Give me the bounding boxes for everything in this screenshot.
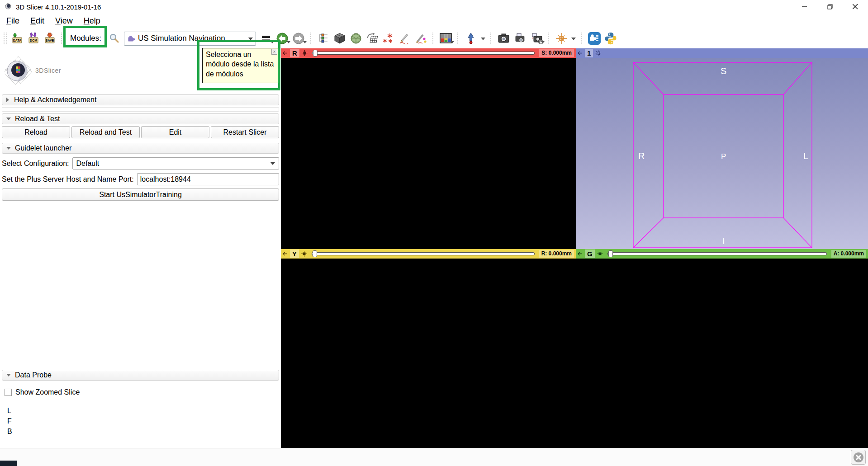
threed-viewport[interactable]: S R P L I (576, 58, 868, 249)
python-console-button[interactable] (603, 30, 618, 47)
start-training-button[interactable]: Start UsSimulatorTraining (2, 188, 279, 201)
yellow-slice-slider[interactable] (312, 252, 535, 255)
save-data-icon: SAVE (44, 33, 56, 44)
annotation-pencil-button[interactable] (414, 30, 428, 47)
svg-text:DATA: DATA (13, 39, 21, 42)
scene-view-button[interactable] (513, 30, 527, 47)
module-selector[interactable]: US Simulation Navigation (124, 32, 256, 46)
menu-view[interactable]: View (55, 16, 73, 26)
module-selector-value: US Simulation Navigation (138, 34, 225, 43)
green-slice-viewport[interactable] (576, 259, 868, 448)
yellow-slice-viewport[interactable] (281, 259, 576, 448)
menu-edit[interactable]: Edit (30, 16, 44, 26)
view-layout: R S: 0.000mm 1 S (281, 48, 868, 448)
menu-bar: File Edit View Help (0, 14, 868, 28)
arrow-forward-icon (292, 32, 305, 45)
probe-row-f: F (7, 416, 281, 426)
mouse-mode-dropdown[interactable] (479, 30, 487, 47)
load-data-button[interactable]: DATA (10, 30, 24, 47)
restart-slicer-button[interactable]: Restart Slicer (211, 126, 279, 138)
chevron-down-icon (270, 162, 275, 167)
slice-link-icon[interactable] (301, 251, 307, 257)
save-data-button[interactable]: SAVE (43, 30, 57, 47)
module-forward-button[interactable] (291, 30, 306, 47)
toolbar-grip[interactable] (4, 33, 7, 44)
minimize-button[interactable] (792, 0, 817, 14)
svg-text:SAVE: SAVE (46, 39, 54, 42)
red-slice-viewport[interactable] (281, 58, 576, 249)
module-back-button[interactable] (275, 30, 289, 47)
close-circle-icon (853, 452, 864, 463)
module-search-button[interactable] (107, 30, 121, 47)
modules-label: Modules: (70, 34, 101, 43)
module-history-button[interactable] (259, 30, 273, 47)
threed-view-label[interactable]: 1 (585, 49, 593, 57)
search-icon (109, 33, 119, 43)
pin-icon[interactable] (283, 251, 288, 256)
crosshair-button[interactable] (554, 30, 569, 47)
subject-hierarchy-button[interactable] (316, 30, 331, 47)
slider-handle[interactable] (608, 250, 613, 257)
show-zoomed-slice-row: Show Zoomed Slice (5, 388, 281, 396)
layout-selector-button[interactable] (439, 30, 453, 47)
tooltip-close-icon[interactable]: × (271, 49, 277, 55)
mouse-mode-button[interactable] (464, 30, 478, 47)
section-guidelet-launcher[interactable]: Guidelet launcher (2, 143, 279, 154)
main-toolbar: DATA DCM SAVE Modules: US Simulation (0, 28, 868, 48)
log-close-button[interactable] (851, 450, 866, 465)
section-data-probe[interactable]: Data Probe (2, 370, 279, 381)
transforms-button[interactable] (365, 30, 379, 47)
configuration-combobox[interactable]: Default (72, 157, 279, 169)
maximize-button[interactable] (817, 0, 843, 14)
red-slice-view: R S: 0.000mm (281, 48, 576, 249)
screenshot-button[interactable] (497, 30, 511, 47)
slice-link-icon[interactable] (302, 50, 308, 56)
pin-icon[interactable] (578, 51, 583, 56)
green-view-label[interactable]: G (585, 249, 595, 258)
pencil-color-icon (415, 33, 427, 44)
extensions-icon (588, 32, 601, 45)
threed-view-controller: 1 (576, 48, 868, 58)
red-slice-slider[interactable] (312, 52, 535, 55)
module-selector-tooltip: Selecciona un módulo desde la lista de m… (202, 48, 278, 83)
yellow-view-label[interactable]: Y (290, 249, 299, 258)
orientation-label-s: S (721, 66, 726, 76)
arrow-back-icon (276, 32, 289, 45)
markup-fiducials-button[interactable] (381, 30, 396, 47)
reload-button[interactable]: Reload (2, 126, 70, 138)
section-reload-test[interactable]: Reload & Test (2, 113, 279, 124)
slider-handle[interactable] (313, 50, 318, 56)
close-icon (853, 4, 858, 9)
spin-icon[interactable] (595, 50, 601, 56)
window-title: 3D Slicer 4.10.1-2019-01-16 (16, 3, 101, 11)
show-zoomed-slice-checkbox[interactable] (5, 389, 12, 396)
plus-server-host-input[interactable] (137, 173, 279, 185)
volume-rendering-button[interactable] (349, 30, 363, 47)
menu-file[interactable]: File (6, 16, 19, 26)
error-log-bar (0, 448, 868, 466)
close-button[interactable] (843, 0, 868, 14)
expanded-arrow-icon (6, 374, 11, 379)
edit-button[interactable]: Edit (141, 126, 209, 138)
section-help-acknowledgement[interactable]: Help & Acknowledgement (2, 94, 279, 105)
green-slice-slider[interactable] (607, 252, 827, 255)
slider-handle[interactable] (313, 250, 317, 257)
slicer-logo-icon (5, 56, 33, 85)
annotation-ruler-button[interactable] (398, 30, 412, 47)
load-data-icon: DATA (11, 33, 23, 44)
threed-view: 1 S R P L I (576, 48, 868, 249)
scene-view-restore-button[interactable] (529, 30, 544, 47)
pin-icon[interactable] (283, 51, 288, 56)
menu-help[interactable]: Help (84, 16, 100, 26)
pin-icon[interactable] (578, 251, 583, 256)
load-dicom-button[interactable]: DCM (26, 30, 41, 47)
data-module-button[interactable] (332, 30, 347, 47)
toolbar-separator (457, 33, 460, 44)
reload-and-test-button[interactable]: Reload and Test (71, 126, 140, 138)
slice-link-icon[interactable] (597, 251, 603, 257)
extensions-manager-button[interactable] (587, 30, 602, 47)
reload-test-buttons: Reload Reload and Test Edit Restart Slic… (2, 126, 279, 138)
expanded-arrow-icon (6, 147, 11, 152)
crosshair-dropdown[interactable] (569, 30, 578, 47)
red-view-label[interactable]: R (290, 49, 299, 57)
